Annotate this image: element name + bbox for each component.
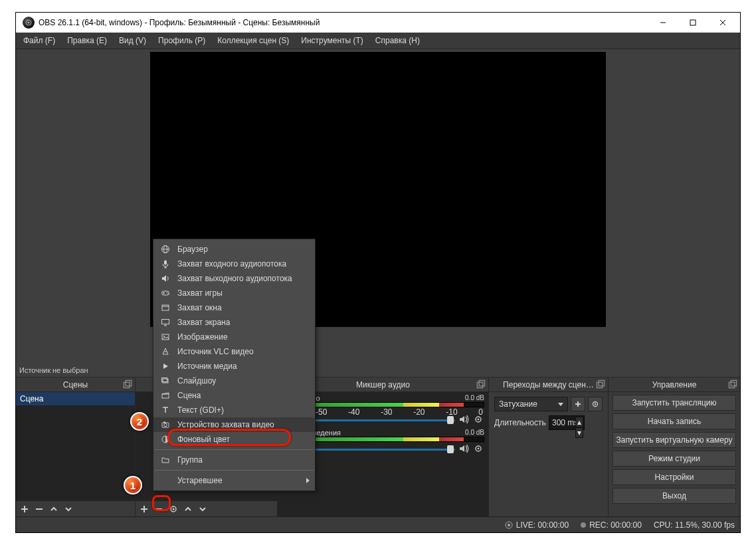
menu-item-label: Захват выходного аудиопотока xyxy=(177,274,292,283)
mixer-title: Микшер аудио xyxy=(356,380,410,389)
annotation-badge-1: 1 xyxy=(124,476,142,494)
menu-item-deprecated[interactable]: Устаревшее xyxy=(153,473,315,488)
popout-icon[interactable] xyxy=(728,380,737,389)
svg-point-59 xyxy=(164,423,167,426)
gear-icon[interactable] xyxy=(472,443,484,455)
folder-icon xyxy=(160,455,171,465)
svg-rect-37 xyxy=(164,261,167,265)
menu-item-speaker[interactable]: Захват выходного аудиопотока xyxy=(153,271,315,286)
window-icon xyxy=(160,302,171,313)
svg-point-29 xyxy=(595,403,596,405)
gear-icon[interactable] xyxy=(472,413,484,425)
menu-item-label: Захват экрана xyxy=(177,318,230,327)
popout-icon[interactable] xyxy=(476,380,486,389)
scenes-toolbar xyxy=(16,500,135,516)
svg-rect-60 xyxy=(163,422,165,423)
obs-app-icon xyxy=(23,17,35,29)
menu-item-label: Захват игры xyxy=(177,288,223,298)
minimize-button[interactable] xyxy=(648,13,678,33)
svg-point-32 xyxy=(508,524,510,526)
blank-icon xyxy=(160,475,171,486)
controls-title: Управление xyxy=(652,380,697,389)
remove-source-button[interactable] xyxy=(151,502,166,516)
svg-rect-6 xyxy=(124,382,129,387)
speaker-icon xyxy=(160,273,171,284)
menu-help[interactable]: Справка (H) xyxy=(369,33,426,48)
maximize-button[interactable] xyxy=(678,13,708,33)
menu-item-window[interactable]: Захват окна xyxy=(153,300,315,315)
menu-item-mic[interactable]: Захват входного аудиопотока xyxy=(153,257,315,271)
menu-item-label: Текст (GDI+) xyxy=(177,405,224,415)
menu-profile[interactable]: Профиль (P) xyxy=(152,33,211,48)
scene-down-button[interactable] xyxy=(61,502,76,516)
channel-db: 0.0 dB xyxy=(465,429,484,437)
menu-edit[interactable]: Правка (E) xyxy=(61,33,113,48)
transition-gear-button[interactable] xyxy=(588,397,603,411)
status-live: LIVE: 00:00:00 xyxy=(505,520,569,530)
close-button[interactable] xyxy=(708,13,737,33)
svg-point-1 xyxy=(28,22,30,24)
add-scene-button[interactable] xyxy=(17,502,32,516)
menu-view[interactable]: Вид (V) xyxy=(113,33,152,48)
menu-tools[interactable]: Инструменты (T) xyxy=(295,33,369,48)
status-cpu: CPU: 11.5%, 30.00 fps xyxy=(654,520,735,530)
menu-scene-collection[interactable]: Коллекция сцен (S) xyxy=(211,33,295,48)
menu-item-image[interactable]: Изображение xyxy=(153,330,315,344)
svg-rect-30 xyxy=(729,382,734,387)
remove-scene-button[interactable] xyxy=(32,502,47,516)
menu-item-label: Слайдшоу xyxy=(177,376,216,385)
duration-spinbox[interactable]: 300 ms▴▾ xyxy=(549,415,585,430)
scene-up-button[interactable] xyxy=(47,502,61,516)
menu-bar: Файл (F) Правка (E) Вид (V) Профиль (P) … xyxy=(16,33,740,49)
menu-item-color[interactable]: Фоновый цвет xyxy=(153,432,315,447)
settings-button[interactable]: Настройки xyxy=(613,469,736,485)
menu-file[interactable]: Файл (F) xyxy=(17,33,61,48)
duration-label: Длительность xyxy=(494,418,546,427)
menu-item-label: Устаревшее xyxy=(177,476,223,485)
svg-rect-18 xyxy=(477,382,482,387)
start-stream-button[interactable]: Запустить трансляцию xyxy=(613,395,736,411)
menu-item-label: Источник VLC видео xyxy=(177,347,254,356)
menu-item-clapper[interactable]: Сцена xyxy=(153,388,315,403)
color-icon xyxy=(160,434,171,445)
transition-add-button[interactable] xyxy=(571,397,585,411)
menu-item-slides[interactable]: Слайдшоу xyxy=(153,374,315,388)
broadcast-icon xyxy=(505,521,513,529)
svg-rect-19 xyxy=(479,380,484,385)
menu-item-camera[interactable]: Устройство захвата видео xyxy=(153,417,315,432)
transition-combo[interactable]: Затухание xyxy=(494,397,568,411)
menu-item-globe[interactable]: Браузер xyxy=(153,242,315,257)
app-window: OBS 26.1.1 (64-bit, windows) - Профиль: … xyxy=(15,12,741,533)
menu-item-folder[interactable]: Группа xyxy=(153,453,315,467)
source-up-button[interactable] xyxy=(181,502,195,516)
scenes-header: Сцены xyxy=(16,378,135,392)
popout-icon[interactable] xyxy=(596,380,605,389)
start-virtualcam-button[interactable]: Запустить виртуальную камеру xyxy=(613,432,736,448)
source-down-button[interactable] xyxy=(195,502,210,516)
svg-point-41 xyxy=(167,292,168,293)
exit-button[interactable]: Выход xyxy=(613,488,736,504)
start-record-button[interactable]: Начать запись xyxy=(613,413,736,429)
mute-icon[interactable] xyxy=(458,443,470,455)
menu-item-label: Изображение xyxy=(177,332,228,342)
menu-item-label: Источник медиа xyxy=(177,362,237,371)
menu-item-gamepad[interactable]: Захват игры xyxy=(153,286,315,300)
menu-item-cone[interactable]: Источник VLC видео xyxy=(153,344,315,359)
scenes-list[interactable]: Сцена xyxy=(16,392,135,500)
svg-rect-3 xyxy=(690,20,696,25)
menu-item-text[interactable]: Текст (GDI+) xyxy=(153,403,315,417)
annotation-badge-2: 2 xyxy=(130,412,149,431)
menu-item-play[interactable]: Источник медиа xyxy=(153,359,315,374)
transitions-panel: Переходы между сцен… Затухание Длительно… xyxy=(489,378,609,516)
studio-mode-button[interactable]: Режим студии xyxy=(613,451,736,467)
mute-icon[interactable] xyxy=(458,413,470,425)
clapper-icon xyxy=(160,390,171,401)
svg-point-21 xyxy=(478,419,480,421)
popout-icon[interactable] xyxy=(123,380,132,389)
menu-item-monitor[interactable]: Захват экрана xyxy=(153,315,315,330)
source-props-button[interactable] xyxy=(166,502,181,516)
add-source-button[interactable] xyxy=(137,502,151,516)
scene-item[interactable]: Сцена xyxy=(16,392,135,405)
menu-item-label: Сцена xyxy=(177,391,201,400)
svg-rect-43 xyxy=(162,305,169,310)
